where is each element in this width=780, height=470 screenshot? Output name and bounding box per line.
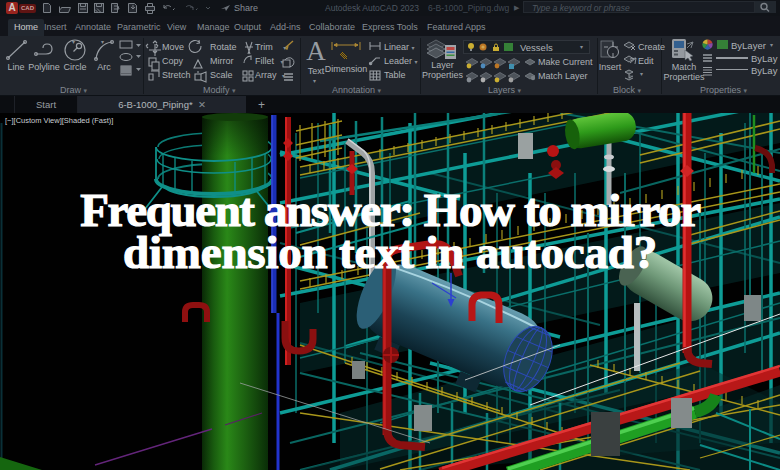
svg-text:[−][Custom View][Shaded (Fast): [−][Custom View][Shaded (Fast)] (5, 116, 113, 125)
svg-text:Share: Share (234, 3, 258, 13)
